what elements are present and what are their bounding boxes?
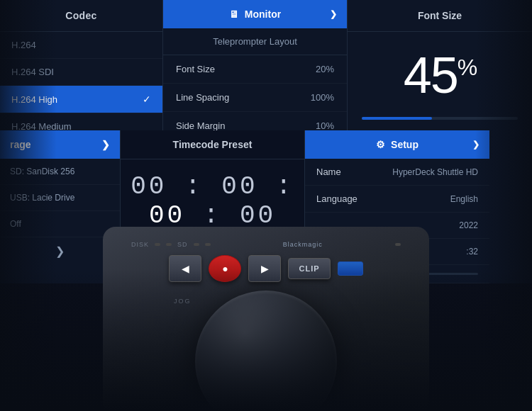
fontsize-header: Font Size bbox=[348, 0, 532, 32]
sd-label: SD bbox=[177, 241, 188, 248]
codec-header: Codec bbox=[0, 0, 162, 32]
brand-logo: Blackmagic bbox=[216, 241, 389, 248]
fontsize-slider-fill bbox=[362, 117, 432, 120]
device-layer: DISK SD Blackmagic ◀ ● bbox=[0, 170, 532, 411]
transport-row: ◀ ● ▶ CLIP bbox=[131, 255, 401, 282]
play-prev-button[interactable]: ◀ bbox=[169, 255, 201, 282]
clip-button[interactable]: CLIP bbox=[288, 258, 330, 279]
monitor-row-fontsize[interactable]: Font Size 20% bbox=[163, 55, 347, 84]
setup-arrow-icon: ❯ bbox=[472, 140, 480, 150]
setup-header[interactable]: ⚙ Setup ❯ bbox=[305, 130, 489, 159]
device-body: DISK SD Blackmagic ◀ ● bbox=[103, 227, 429, 411]
monitor-header[interactable]: 🖥 Monitor ❯ bbox=[163, 0, 347, 28]
play-next-button[interactable]: ▶ bbox=[248, 255, 281, 282]
monitor-subtitle: Teleprompter Layout bbox=[163, 28, 347, 55]
timecode-header: Timecode Preset bbox=[121, 130, 304, 159]
led-2 bbox=[166, 243, 172, 246]
codec-item-h264sdi[interactable]: H.264 SDI bbox=[0, 59, 162, 86]
gear-icon: ⚙ bbox=[376, 139, 385, 150]
disk-label: DISK bbox=[131, 241, 149, 248]
storage-header[interactable]: rage ❯ bbox=[0, 130, 120, 159]
fontsize-slider[interactable] bbox=[362, 117, 518, 120]
storage-arrow-icon: ❯ bbox=[101, 139, 110, 150]
led-3 bbox=[194, 243, 199, 246]
led-4 bbox=[205, 243, 211, 246]
codec-item-h264high[interactable]: H.264 High ✓ bbox=[0, 86, 162, 113]
led-1 bbox=[155, 243, 160, 246]
small-blue-button[interactable] bbox=[338, 261, 363, 276]
device-top-edge: DISK SD Blackmagic bbox=[131, 241, 401, 248]
fontsize-value: 45% bbox=[348, 32, 532, 111]
monitor-arrow-icon: ❯ bbox=[330, 9, 337, 19]
device-controls: ◀ ● ▶ CLIP bbox=[131, 255, 401, 282]
record-button[interactable]: ● bbox=[209, 255, 241, 282]
led-5 bbox=[395, 243, 401, 246]
monitor-row-linespacing[interactable]: Line Spacing 100% bbox=[163, 84, 347, 112]
fontsize-slider-container[interactable] bbox=[348, 117, 532, 120]
jog-knob[interactable] bbox=[195, 291, 337, 411]
hyperdeck-device: DISK SD Blackmagic ◀ ● bbox=[96, 198, 436, 411]
codec-item-h264[interactable]: H.264 bbox=[0, 32, 162, 59]
jog-label: JOG bbox=[174, 298, 192, 305]
checkmark-icon: ✓ bbox=[143, 94, 151, 105]
monitor-icon: 🖥 bbox=[229, 9, 239, 20]
